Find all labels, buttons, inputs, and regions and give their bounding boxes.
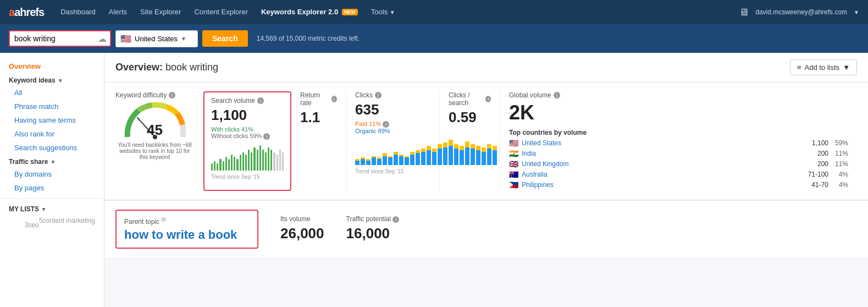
country-flag-3: 🇦🇺 (509, 170, 518, 179)
content-header: Overview: book writing ≡ Add to lists ▼ (104, 53, 868, 83)
sv-info-icon[interactable]: i (257, 97, 264, 104)
clicks-col-12 (421, 149, 425, 165)
clicks-col-10 (410, 152, 414, 165)
search-volume-card: Search volume i 1,100 With clicks 41% Wi… (203, 91, 291, 191)
credits-text: 14,569 of 15,000 metric credits left. (257, 35, 360, 42)
nav-tools[interactable]: Tools ▼ (366, 0, 401, 25)
country-selector[interactable]: 🇺🇸 United States ▼ (115, 30, 198, 47)
organic-bar-1 (361, 159, 365, 165)
logo[interactable]: aahrefs (9, 6, 44, 19)
parent-topic-label: Parent topic ⊞ᵢ (124, 216, 250, 226)
search-input-wrapper: ☁ (9, 30, 111, 47)
my-list-content-marketing[interactable]: content marketing5 (0, 215, 104, 219)
nav-keywords-explorer[interactable]: Keywords Explorer 2.0 NEW (256, 0, 363, 24)
country-name-4[interactable]: Philippines (522, 181, 571, 189)
tp-info-icon[interactable]: i (392, 216, 399, 223)
organic-bar-13 (427, 150, 431, 165)
sidebar-section-traffic-share[interactable]: Traffic share ▼ (0, 155, 104, 167)
parent-topic-value[interactable]: how to write a book (124, 228, 250, 242)
sidebar-item-overview[interactable]: Overview (0, 59, 104, 73)
country-name-3[interactable]: Australia (522, 171, 571, 178)
nav-content-explorer[interactable]: Content Explorer (189, 0, 253, 24)
volume-bar-3 (219, 159, 221, 171)
country-pct-2: 11% (832, 160, 848, 168)
clicks-label: Clicks i (355, 91, 430, 99)
country-name-2[interactable]: United Kingdom (522, 160, 571, 168)
traffic-potential-card: Traffic potential i 16,000 (335, 210, 411, 249)
clicks-chart-label: Trend since Sep '15 (355, 168, 430, 174)
country-name-0[interactable]: United States (522, 139, 571, 147)
volume-bar-21 (270, 150, 272, 171)
gv-info-icon[interactable]: i (554, 92, 560, 98)
kd-label: Keyword difficulty i (115, 91, 194, 99)
add-to-lists-button[interactable]: ≡ Add to lists ▼ (790, 59, 857, 75)
cps-info-icon[interactable]: i (485, 96, 491, 102)
nav-dashboard[interactable]: Dashboard (55, 0, 101, 24)
country-row-2: 🇬🇧United Kingdom20011% (509, 160, 848, 168)
sv-no-clicks-info[interactable]: i (263, 133, 270, 140)
country-volume-1: 200 (801, 150, 828, 157)
sidebar-item-same-terms[interactable]: Having same terms (0, 113, 104, 127)
country-row-4: 🇵🇭Philippines41-704% (509, 180, 848, 189)
organic-bar-4 (377, 159, 382, 165)
volume-bar-10 (240, 155, 241, 171)
nav-alerts[interactable]: Alerts (103, 0, 132, 24)
sidebar-item-also-rank[interactable]: Also rank for (0, 127, 104, 141)
volume-bar-16 (257, 150, 258, 171)
kd-note: You'll need backlinks from ~68 websites … (115, 142, 194, 160)
rr-info-icon[interactable]: i (331, 96, 338, 102)
sidebar-item-by-pages[interactable]: By pages (0, 181, 104, 195)
volume-bar-6 (228, 159, 230, 171)
keyword-difficulty-card: Keyword difficulty i (115, 91, 203, 191)
top-navigation: aahrefs Dashboard Alerts Site Explorer C… (0, 0, 868, 24)
country-flag-0: 🇺🇸 (509, 139, 518, 147)
cps-value: 0.59 (449, 109, 491, 126)
monitor-icon[interactable]: 🖥 (739, 7, 749, 18)
clicks-col-4 (377, 157, 382, 165)
volume-bar-14 (251, 152, 252, 171)
country-row-3: 🇦🇺Australia71-1004% (509, 170, 848, 179)
country-flag: 🇺🇸 (120, 34, 131, 44)
volume-bar-22 (273, 152, 275, 171)
nav-site-explorer[interactable]: Site Explorer (135, 0, 186, 24)
country-volume-0: 1,100 (801, 139, 828, 147)
top-countries-title: Top countries by volume (509, 129, 848, 136)
list-icon: ≡ (797, 63, 801, 72)
my-lists-section[interactable]: MY LISTS ▼ (0, 202, 104, 215)
clicks-organic: Organic 89% (355, 128, 430, 134)
country-name: United States (135, 35, 178, 43)
parent-superscript[interactable]: ⊞ᵢ (161, 216, 167, 222)
clicks-col-14 (432, 149, 436, 165)
country-row-0: 🇺🇸United States1,10059% (509, 139, 848, 147)
paid-info-icon[interactable]: i (383, 121, 389, 128)
cloud-icon[interactable]: ☁ (98, 34, 110, 44)
volume-bar-24 (279, 150, 281, 171)
organic-bar-6 (388, 157, 392, 165)
volume-bar-15 (253, 147, 255, 171)
user-dropdown-icon[interactable]: ▼ (854, 9, 859, 15)
search-button[interactable]: Search (202, 30, 248, 47)
country-pct-3: 4% (832, 171, 848, 178)
clicks-info-icon[interactable]: i (375, 92, 382, 98)
organic-bar-8 (399, 156, 403, 165)
sidebar-section-keyword-ideas[interactable]: Keyword ideas ▼ (0, 73, 104, 86)
country-row-1: 🇮🇳India20011% (509, 149, 848, 158)
volume-bar-1 (214, 161, 215, 171)
kd-info-icon[interactable]: i (169, 92, 175, 98)
clicks-col-13 (427, 146, 431, 165)
main-content: Overview: book writing ≡ Add to lists ▼ … (104, 53, 868, 307)
country-name-1[interactable]: India (522, 150, 571, 157)
search-input[interactable] (10, 31, 98, 46)
organic-bar-14 (432, 152, 436, 165)
sidebar: Overview Keyword ideas ▼ All Phrase matc… (0, 53, 104, 307)
sidebar-item-phrase-match[interactable]: Phrase match (0, 100, 104, 113)
sidebar-item-all[interactable]: All (0, 86, 104, 100)
my-lists-caret: ▼ (41, 206, 46, 212)
country-flag-1: 🇮🇳 (509, 149, 518, 158)
sv-with-clicks: With clicks 41% (211, 126, 284, 133)
sidebar-item-search-suggestions[interactable]: Search suggestions (0, 141, 104, 155)
organic-bar-7 (394, 155, 398, 165)
clicks-col-3 (372, 156, 376, 165)
global-volume-card: Global volume i 2K Top countries by volu… (500, 91, 857, 191)
sidebar-item-by-domains[interactable]: By domains (0, 167, 104, 181)
